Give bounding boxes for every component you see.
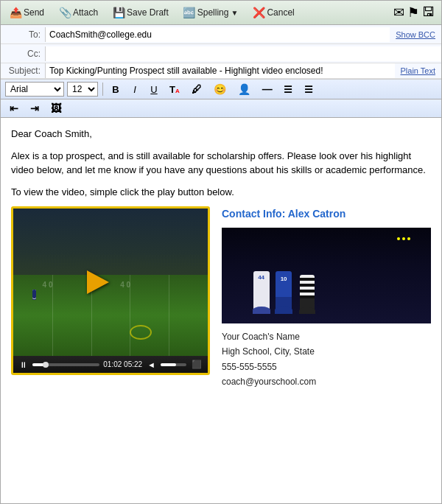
printer-icon[interactable]: 🖫: [422, 4, 435, 21]
helmet-blue: [253, 307, 270, 314]
italic-button[interactable]: I: [127, 83, 143, 97]
yard-number-2: 4 0: [120, 279, 130, 290]
attach-label: Attach: [73, 7, 98, 18]
coach-email: coach@yourschool.com: [222, 374, 431, 389]
bold-button[interactable]: B: [108, 83, 124, 97]
format-toolbar-2: ⇤ ⇥ 🖼: [1, 99, 441, 118]
cc-label: Cc:: [1, 47, 45, 60]
cc-row: Cc:: [1, 44, 441, 63]
play-arrow-container: [87, 270, 109, 294]
contact-info: Contact Info: Alex Catron 44: [222, 206, 431, 390]
size-select[interactable]: 12: [67, 82, 98, 97]
hrule-button[interactable]: —: [258, 82, 276, 97]
format-toolbar: Arial 12 B I U TA 🖊 😊 👤 — ☰ ☰: [1, 80, 441, 99]
helmet-dark-blue: [275, 307, 292, 314]
list-button[interactable]: ☰: [300, 83, 318, 97]
header-fields: To: Show BCC Cc: Subject: Plain Text: [1, 25, 441, 80]
school-name: High School, City, State: [222, 344, 431, 359]
phone-number: 555-555-5555: [222, 360, 431, 374]
cancel-button[interactable]: ❌ Cancel: [250, 5, 297, 20]
progress-bar[interactable]: [32, 363, 99, 366]
plain-text-button[interactable]: Plain Text: [395, 66, 442, 75]
video-controls: ⏸ 01:02 05:22 ◄ ⬛: [13, 356, 208, 373]
subject-label: Subject:: [1, 64, 45, 77]
show-bcc-button[interactable]: Show BCC: [390, 30, 441, 39]
save-draft-label: Save Draft: [127, 7, 169, 18]
email-client: 📤 Send 📎 Attach 💾 Save Draft 🔤 Spelling …: [0, 0, 442, 504]
crowd-area: [13, 209, 208, 282]
jersey-blue: 10: [276, 271, 292, 297]
current-time: 01:02 05:22: [103, 359, 142, 370]
yard-line-4: [169, 275, 169, 356]
cancel-label: Cancel: [267, 7, 294, 18]
light-3: [407, 237, 410, 240]
volume-fill: [161, 363, 176, 366]
save-icon: 💾: [113, 7, 124, 18]
greeting: Dear Coach Smith,: [11, 127, 431, 141]
insert-button[interactable]: 👤: [234, 82, 255, 97]
email-body: Dear Coach Smith, Alex is a top prospect…: [1, 118, 441, 503]
save-draft-button[interactable]: 💾 Save Draft: [110, 5, 172, 20]
underline-button[interactable]: U: [146, 83, 162, 97]
content-area: 4 0 4 0: [11, 206, 431, 390]
toolbar-right-icons: ✉ ⚑ 🖫: [393, 4, 435, 21]
subject-input[interactable]: [45, 63, 395, 78]
photo-player-2: 10: [276, 271, 292, 314]
paragraph2: To view the video, simple click the play…: [11, 185, 431, 200]
contact-photo: 44 10: [222, 228, 431, 323]
spelling-dropdown-icon: ▼: [231, 9, 238, 17]
main-toolbar: 📤 Send 📎 Attach 💾 Save Draft 🔤 Spelling …: [1, 1, 441, 25]
fullscreen-button[interactable]: ⬛: [190, 360, 203, 369]
to-label: To:: [1, 28, 45, 41]
paragraph1: Alex is a top prospect, and is still ava…: [11, 149, 431, 178]
play-arrow: [87, 270, 109, 294]
font-color-button[interactable]: TA: [165, 83, 184, 97]
insert-image-button[interactable]: 🖼: [46, 101, 66, 116]
attach-icon: 📎: [59, 7, 71, 18]
scoreboard-lights: [397, 237, 410, 240]
attach-button[interactable]: 📎 Attach: [56, 5, 101, 20]
video-container: 4 0 4 0: [11, 206, 210, 375]
light-1: [397, 237, 400, 240]
subject-row: Subject: Plain Text: [1, 63, 441, 79]
to-row: To: Show BCC: [1, 25, 441, 44]
spelling-button[interactable]: 🔤 Spelling ▼: [180, 5, 242, 20]
contact-details: Your Coach's Name High School, City, Sta…: [222, 329, 431, 390]
separator-1: [102, 83, 103, 96]
send-icon: 📤: [10, 7, 21, 18]
photo-player-3: [300, 275, 315, 314]
video-screen[interactable]: 4 0 4 0: [13, 209, 208, 356]
spelling-label: Spelling: [197, 7, 229, 18]
spelling-icon: 🔤: [183, 7, 195, 18]
volume-button[interactable]: ◄: [146, 360, 157, 369]
indent-button[interactable]: ⇤: [5, 101, 23, 116]
light-2: [402, 237, 405, 240]
player-5: [32, 290, 36, 298]
cancel-icon: ❌: [253, 7, 264, 18]
coach-name: Your Coach's Name: [222, 329, 431, 344]
font-select[interactable]: Arial: [5, 82, 64, 97]
photo-players: 44 10: [253, 271, 315, 314]
helmet-dark: [299, 307, 315, 314]
envelope-icon[interactable]: ✉: [393, 4, 404, 21]
field-marker: [130, 325, 152, 340]
cc-input[interactable]: [45, 46, 441, 61]
body-text: Dear Coach Smith, Alex is a top prospect…: [11, 127, 431, 199]
contact-title: Contact Info: Alex Catron: [222, 206, 431, 222]
jersey-striped: [300, 275, 315, 298]
yard-number-1: 4 0: [43, 279, 53, 290]
pause-button[interactable]: ⏸: [18, 360, 29, 369]
flag-icon[interactable]: ⚑: [407, 4, 419, 21]
to-input[interactable]: [45, 27, 390, 42]
highlight-button[interactable]: 🖊: [187, 82, 206, 97]
outdent-button[interactable]: ⇥: [26, 101, 43, 116]
photo-player-1: 44: [253, 271, 270, 314]
grass-area: 4 0 4 0: [13, 275, 208, 356]
emoji-button[interactable]: 😊: [209, 82, 231, 97]
align-button[interactable]: ☰: [279, 83, 297, 97]
volume-bar[interactable]: [161, 363, 186, 366]
send-button[interactable]: 📤 Send: [7, 5, 47, 20]
jersey-white: 44: [253, 271, 270, 297]
progress-dot: [43, 362, 49, 368]
send-label: Send: [24, 7, 44, 18]
